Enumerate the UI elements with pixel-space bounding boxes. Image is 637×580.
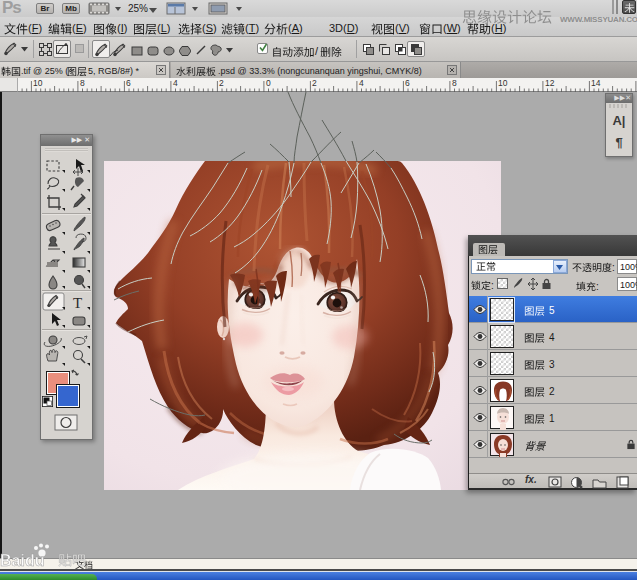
svg-text:T: T bbox=[73, 295, 82, 311]
svg-text:Baidu: Baidu bbox=[0, 552, 44, 569]
